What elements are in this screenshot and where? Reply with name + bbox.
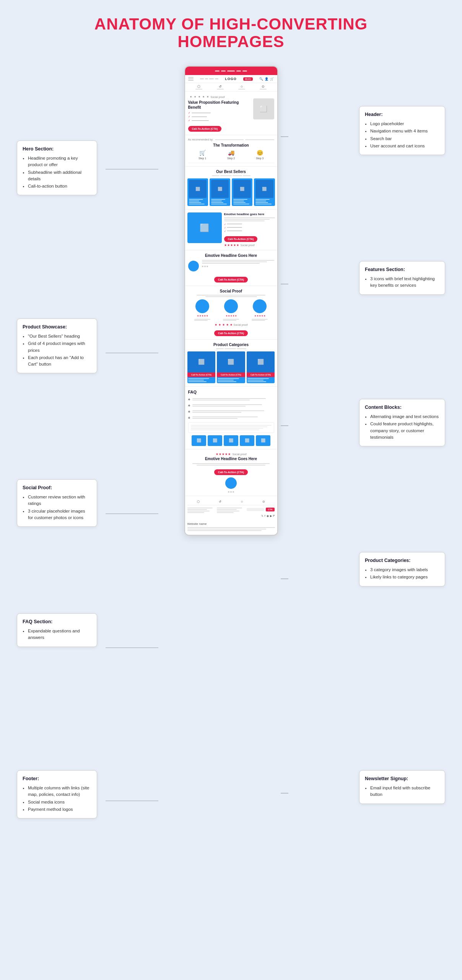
faq-item-3[interactable]: + <box>188 410 274 414</box>
product-card-3[interactable]: ⬜ <box>232 178 252 206</box>
title-line1: ANATOMY OF HIGH-CONVERTING <box>94 15 368 33</box>
faq-expand-icon-3: + <box>188 410 190 414</box>
header-dot-1 <box>215 70 220 72</box>
subnav-item-4[interactable]: ⊙ <box>260 85 267 90</box>
category-grid: ⬜ Call-To-Action (CTA) ⬜ Call-To-Action … <box>187 351 275 383</box>
social-proof-annotation-title: Social Proof: <box>23 484 91 492</box>
feature-step-2: 🚚 Step 2 <box>227 150 235 160</box>
avatar-circle-1 <box>195 299 209 313</box>
category-cta-2[interactable]: Call-To-Action (CTA) <box>217 372 245 377</box>
cb-check-icon-3: ✓ <box>224 230 226 232</box>
nav-icons-group: 🔍 👤 🛒 <box>259 77 274 81</box>
header-annotation-title: Header: <box>365 111 439 118</box>
products-annotation: Product Showcase: "Our Best Sellers" hea… <box>17 318 97 373</box>
faq-expand-icon-2: + <box>188 403 190 408</box>
newsletter-title: Emotive Headline Goes Here <box>188 457 274 461</box>
newsletter-avatar <box>225 477 237 489</box>
product-categories-annotation-list: 3 category images with labels Likely lin… <box>365 567 439 581</box>
product-card-1[interactable]: ⬜ <box>187 178 208 206</box>
hero-social-proof-label: Social proof <box>211 96 225 98</box>
footer-icon-3: ☆ <box>241 500 243 503</box>
product-image-4: ⬜ <box>255 180 273 198</box>
check-icon-2: ✓ <box>188 115 190 118</box>
subnav-item-2[interactable]: ↺ <box>217 85 224 90</box>
logo-text: LOGO <box>225 77 237 81</box>
phone-subnav: ⬡ ↺ ☆ ⊙ <box>185 83 277 91</box>
hamburger-menu-icon[interactable] <box>188 77 194 81</box>
products-section-title: Our Best Sellers <box>187 170 275 174</box>
faq-image-5: ⬜ <box>256 435 270 446</box>
content-block-image: ⬜ <box>187 212 222 243</box>
header-annotation-list: Logo placeholder Navigation menu with 4 … <box>365 121 439 149</box>
emotive-cta[interactable]: Call-To-Action (CTA) <box>214 277 248 283</box>
subscribe-button[interactable]: CTA <box>266 508 275 511</box>
category-cta-1[interactable]: Call-To-Action (CTA) <box>187 372 216 377</box>
phone-faq-section: FAQ + + <box>185 387 277 449</box>
email-input-field[interactable] <box>247 508 264 511</box>
category-image-3: ⬜ <box>247 351 275 372</box>
smile-step-icon: 😊 <box>257 150 263 156</box>
phone-content-block-section: ⬜ Emotive headline goes here ✓ <box>185 209 277 250</box>
recommended-bar: As recommended by: <box>188 138 274 141</box>
user-icon[interactable]: 👤 <box>265 77 268 81</box>
instagram-icon[interactable]: ◉ <box>267 514 269 518</box>
faq-image-4: ⬜ <box>240 435 254 446</box>
content-block-cta[interactable]: Call-To-Action (CTA) <box>224 236 258 242</box>
social-proof-bottom: ★ ★ ★ ★ ★ Social proof <box>188 323 274 327</box>
faq-item-2[interactable]: + <box>188 403 274 408</box>
faq-expand-icon-1: + <box>188 397 190 402</box>
category-card-3[interactable]: ⬜ Call-To-Action (CTA) <box>247 351 275 383</box>
header-dot-4 <box>242 70 247 72</box>
product-categories-annotation: Product Categories: 3 category images wi… <box>359 552 445 586</box>
content-block-stars: ★ ★ ★ ★ ★ Social proof <box>224 243 275 247</box>
social-proof-cta[interactable]: Call-To-Action (CTA) <box>214 330 248 336</box>
subnav-item-3[interactable]: ☆ <box>238 85 245 90</box>
feature-step-3: 😊 Step 3 <box>256 150 264 160</box>
hero-cta-button[interactable]: Call-To-Action (CTA) <box>188 126 222 132</box>
category-image-1: ⬜ <box>187 351 216 372</box>
header-annotation: Header: Logo placeholder Navigation menu… <box>359 106 445 155</box>
faq-title: FAQ <box>188 390 274 394</box>
category-cta-3[interactable]: Call-To-Action (CTA) <box>247 372 275 377</box>
phone-products-section: Our Best Sellers ⬜ <box>185 167 277 209</box>
product-image-3: ⬜ <box>233 180 251 198</box>
footer-col-3: CTA 𝕏 f ◉ ▶ P <box>247 508 275 520</box>
product-card-2[interactable]: ⬜ <box>210 178 230 206</box>
youtube-icon[interactable]: ▶ <box>270 514 272 518</box>
footer-bottom-lines <box>187 527 275 531</box>
features-annotation-title: Features Section: <box>365 266 439 273</box>
subnav-item-1[interactable]: ⬡ <box>195 85 202 90</box>
hero-annotation: Hero Section: Headline promoting a key p… <box>17 140 97 195</box>
category-card-2[interactable]: ⬜ Call-To-Action (CTA) <box>217 351 245 383</box>
title-decoration-lines <box>187 175 275 176</box>
footer-col-1 <box>187 508 216 520</box>
pinterest-icon[interactable]: P <box>273 514 275 518</box>
faq-item-1[interactable]: + <box>188 397 274 402</box>
twitter-icon[interactable]: 𝕏 <box>261 514 264 518</box>
social-proof-title: Social Proof <box>188 289 274 293</box>
newsletter-annotation: Newsletter Signup: Email input field wit… <box>359 770 445 804</box>
faq-item-4[interactable]: + <box>188 416 274 420</box>
facebook-icon[interactable]: f <box>265 514 265 518</box>
phone-hero-section: ★★★★★ Social proof Value Proposition Fea… <box>185 91 277 135</box>
hero-stars: ★★★★★ Social proof <box>188 95 274 98</box>
product-card-4[interactable]: ⬜ <box>254 178 275 206</box>
social-proof-annotation: Social Proof: Customer review section wi… <box>17 479 97 527</box>
cart-icon[interactable]: 🛒 <box>270 77 274 81</box>
phone-social-proof-section: Social Proof ★ ★ ★ ★ ★ <box>185 286 277 340</box>
footer-icon-2: ↺ <box>219 500 221 503</box>
avatar-circle-3 <box>253 299 267 313</box>
search-icon[interactable]: 🔍 <box>259 77 263 81</box>
category-card-1[interactable]: ⬜ Call-To-Action (CTA) <box>187 351 216 383</box>
content-blocks-annotation-list: Alternating image and text sections Coul… <box>365 413 439 441</box>
phone-emotive-section: Emotive Headline Goes Here <box>185 250 277 286</box>
nav-lines-group <box>200 78 218 79</box>
subnav-icon-1: ⬡ <box>197 85 200 88</box>
footer-annotation-list: Multiple columns with links (site map, p… <box>23 785 91 813</box>
hero-text: Value Proposition Featuring Benefit ✓ ✓ <box>188 98 251 132</box>
header-dot-long <box>227 70 235 72</box>
faq-image-3: ⬜ <box>224 435 238 446</box>
nav-badge[interactable]: BUG <box>243 77 253 81</box>
newsletter-cta[interactable]: Call-To-Action (CTA) <box>214 469 248 475</box>
hero-annotation-list: Headline promoting a key product or offe… <box>23 155 91 189</box>
